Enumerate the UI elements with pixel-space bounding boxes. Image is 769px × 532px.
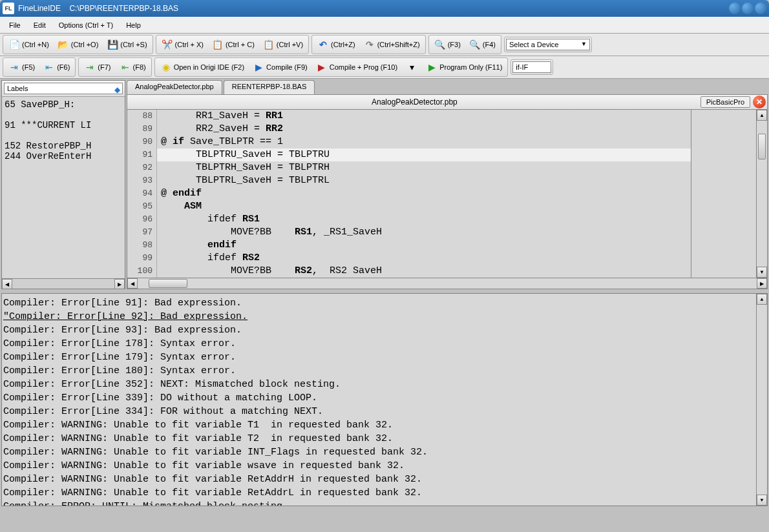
output-vscrollbar[interactable]: ▲ ▼ [756,294,767,506]
line-number: 94 [127,187,153,200]
indent-f5-button[interactable]: ⇥(F5) [5,59,39,75]
compiler-output[interactable]: Compiler: Error[Line 91]: Bad expression… [1,293,768,506]
scroll-thumb[interactable] [758,134,766,159]
program-only-button[interactable]: ▶Program Only (F11) [422,59,506,75]
code-line[interactable]: ASM [157,200,691,213]
outdent-f6-button[interactable]: ⇤(F6) [39,59,74,75]
code-line[interactable]: MOVE?BB RS1, _RS1_SaveH [157,226,691,239]
language-badge: PicBasicPro [701,96,750,108]
open-folder-icon: 📂 [58,39,69,50]
editor-hscrollbar[interactable]: ◀ ▶ [127,278,768,289]
output-line[interactable]: Compiler: WARNING: Unable to fit variabl… [3,445,766,459]
output-scroll-up[interactable]: ▲ [757,294,767,305]
sidebar-scroll-right[interactable]: ▶ [114,279,125,289]
output-scroll-down[interactable]: ▼ [757,495,767,506]
compile-prog-dropdown[interactable]: ▾ [402,59,421,75]
output-line[interactable]: "Compiler: Error[Line 92]: Bad expressio… [3,310,766,323]
sidebar-scroll-left[interactable]: ◀ [2,279,12,289]
sidebar-label-item[interactable]: 65 SavePBP_H: [5,99,122,110]
code-line[interactable]: @ if Save_TBLPTR == 1 [157,136,691,148]
hscroll-left-button[interactable]: ◀ [127,278,138,289]
replace-button[interactable]: 🔍(F4) [465,37,500,52]
redo-button[interactable]: ↷(Ctrl+Shift+Z) [360,37,424,52]
line-number: 100 [127,265,153,278]
output-line[interactable]: Compiler: Error[Line 180]: Syntax error. [3,364,766,378]
editor-title: AnalogPeakDetector.pbp [129,97,701,107]
line-number: 89 [127,123,153,136]
menu-edit[interactable]: Edit [27,19,52,32]
if-text-field[interactable]: if-IF [512,61,551,73]
hscroll-right-button[interactable]: ▶ [757,278,767,289]
editor-tab[interactable]: REENTERPBP-18.BAS [224,80,315,94]
code-editor[interactable]: 888990919293949596979899100 RR1_SaveH = … [127,110,768,278]
output-line[interactable]: Compiler: Error[Line 93]: Bad expression… [3,323,766,337]
line-number: 97 [127,226,153,239]
code-line[interactable]: @ endif [157,187,691,200]
diamond-icon: ◆ [114,85,120,94]
format-f7-button[interactable]: ⇥(F7) [80,59,114,75]
sidebar-label-item[interactable]: 152 RestorePBP_H [5,141,122,151]
output-line[interactable]: Compiler: ERROR: UNTIL: Mismatched block… [3,500,766,506]
open-ide-button[interactable]: ◉Open in Origi IDE (F2) [156,59,248,75]
cut-button[interactable]: ✂️(Ctrl + X) [158,37,207,52]
code-line[interactable]: RR2_SaveH = RR2 [157,123,691,136]
new-file-button[interactable]: 📄(Ctrl +N) [5,37,53,52]
play-blue-icon: ▶ [253,61,264,73]
code-line[interactable]: RR1_SaveH = RR1 [157,110,691,123]
undo-button[interactable]: ↶(Ctrl+Z) [313,37,359,52]
output-line[interactable]: Compiler: Error[Line 91]: Bad expression… [3,296,766,310]
minimize-button[interactable] [729,3,741,14]
play-red-icon: ▶ [316,61,328,73]
code-line[interactable]: TBLPTRH_SaveH = TBLPTRH [157,161,691,174]
close-tab-button[interactable]: ✕ [753,96,766,108]
copy-button[interactable]: 📋(Ctrl + C) [208,37,258,52]
sidebar-label-item[interactable] [5,130,122,141]
output-line[interactable]: Compiler: WARNING: Unable to fit variabl… [3,486,766,500]
code-line[interactable]: endif [157,239,691,252]
scissors-icon: ✂️ [162,39,173,50]
save-icon: 💾 [107,39,118,50]
output-line[interactable]: Compiler: Error[Line 339]: DO without a … [3,391,766,405]
editor-vscrollbar[interactable]: ▲ ▼ [756,110,767,278]
open-file-button[interactable]: 📂(Ctrl +O) [54,37,102,52]
format-f8-button[interactable]: ⇤(F8) [116,59,150,75]
copy-icon: 📋 [212,39,224,50]
maximize-button[interactable] [742,3,753,14]
menu-help[interactable]: Help [120,19,147,32]
compile-prog-button[interactable]: ▶Compile + Prog (F10) [312,59,401,75]
output-line[interactable]: Compiler: WARNING: Unable to fit variabl… [3,432,766,445]
output-line[interactable]: Compiler: Error[Line 179]: Syntax error. [3,351,766,364]
line-number: 96 [127,213,153,226]
code-line[interactable]: ifdef RS2 [157,252,691,265]
sidebar-label-item[interactable]: 244 OverReEnterH [5,151,122,161]
hscroll-thumb[interactable] [149,279,187,288]
output-line[interactable]: Compiler: WARNING: Unable to fit variabl… [3,459,766,473]
scroll-up-button[interactable]: ▲ [757,110,767,121]
output-line[interactable]: Compiler: Error[Line 178]: Syntax error. [3,337,766,351]
close-window-button[interactable] [755,3,766,14]
device-select[interactable]: Select a Device [506,39,590,50]
sidebar-label-item[interactable]: 91 ***CURRENT LI [5,120,122,130]
menu-options[interactable]: Options (Ctrl + T) [52,19,120,32]
sidebar-label-item[interactable] [5,110,122,120]
new-file-icon: 📄 [8,39,20,50]
paste-icon: 📋 [263,39,275,50]
menu-file[interactable]: File [3,19,27,32]
output-line[interactable]: Compiler: WARNING: Unable to fit variabl… [3,473,766,486]
output-line[interactable]: Compiler: WARNING: Unable to fit variabl… [3,418,766,432]
paste-button[interactable]: 📋(Ctrl +V) [259,37,307,52]
editor-tab[interactable]: AnalogPeakDetector.pbp [127,80,222,94]
save-file-button[interactable]: 💾(Ctrl +S) [103,37,151,52]
compile-button[interactable]: ▶Compile (F9) [249,59,311,75]
sidebar-list[interactable]: 65 SavePBP_H: 91 ***CURRENT LI 152 Resto… [2,97,125,278]
labels-dropdown[interactable]: Labels ◆ [4,83,123,94]
output-line[interactable]: Compiler: Error[Line 352]: NEXT: Mismatc… [3,378,766,391]
find-button[interactable]: 🔍(F3) [430,37,465,52]
code-line[interactable]: TBLPTRL_SaveH = TBLPTRL [157,174,691,187]
code-line[interactable]: ifdef RS1 [157,213,691,226]
code-line[interactable]: TBLPTRU_SaveH = TBLPTRU [157,148,691,161]
scroll-down-button[interactable]: ▼ [757,267,767,278]
output-line[interactable]: Compiler: Error[Line 334]: FOR without a… [3,405,766,418]
line-number: 92 [127,161,153,174]
code-line[interactable]: MOVE?BB RS2, RS2 SaveH [157,265,691,278]
